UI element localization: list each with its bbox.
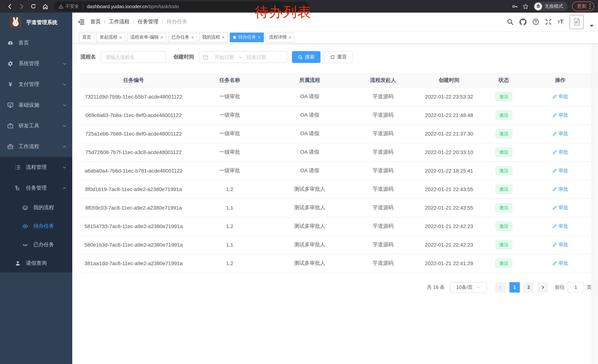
end-date-input[interactable] (242, 54, 271, 60)
close-icon[interactable]: × (289, 35, 291, 40)
page-button-2[interactable]: 2 (523, 282, 534, 292)
breadcrumb-item-workflow[interactable]: 工作流程 (109, 18, 130, 25)
fullscreen-icon[interactable] (545, 18, 552, 25)
tabs-bar: 首页 发起流程× 流程表单-编辑× 已办任务× 我的流程× 待办任务× 流程详情… (72, 31, 598, 44)
close-icon[interactable]: × (119, 35, 122, 40)
chevron-down-icon (62, 61, 67, 66)
reset-button[interactable]: 重置 (324, 51, 353, 63)
search-button[interactable]: 搜索 (292, 51, 321, 63)
cell-process: OA 请假 (273, 87, 347, 106)
approve-link[interactable]: 审批 (552, 204, 568, 211)
col-process: 所属流程 (273, 73, 347, 87)
tab-form-edit[interactable]: 流程表单-编辑× (127, 32, 166, 42)
home-icon[interactable] (41, 2, 50, 11)
approve-link[interactable]: 审批 (552, 112, 568, 119)
approve-link[interactable]: 审批 (552, 93, 568, 100)
close-icon[interactable]: × (258, 35, 260, 40)
start-date-input[interactable] (210, 54, 239, 60)
font-size-icon[interactable]: TT (558, 18, 564, 25)
forward-icon[interactable] (17, 2, 26, 11)
cell-starter: 芋道源码 (347, 87, 419, 106)
cell-task-id: 58154733-7ac8-11ec-a9e2-a2380e71991a (80, 217, 187, 235)
sidebar-item-process-mgmt[interactable]: 流程管理 (0, 157, 72, 178)
sidebar-item-system[interactable]: 系统管理 (0, 53, 72, 74)
cell-starter: 芋道源码 (347, 106, 419, 124)
approve-link[interactable]: 审批 (552, 242, 568, 248)
close-icon[interactable]: × (191, 35, 194, 40)
tab-home[interactable]: 首页 (79, 32, 94, 42)
security-indicator[interactable]: 不安全 (58, 3, 79, 9)
sidebar-item-label: 首页 (18, 40, 29, 46)
sidebar-item-infrastructure[interactable]: 基础设施 (0, 95, 72, 115)
search-icon[interactable] (507, 18, 514, 25)
page-size-select[interactable]: 10条/页 (450, 282, 487, 292)
cell-process: 测试多审批人 (273, 254, 347, 273)
eye-closed-icon (22, 242, 28, 248)
tab-process-detail[interactable]: 流程详情× (266, 32, 295, 42)
goto-input[interactable] (568, 282, 584, 292)
status-badge: 激活 (496, 148, 512, 157)
breadcrumb-item-home[interactable]: 首页 (91, 18, 101, 25)
update-button[interactable]: 更新 (572, 1, 594, 11)
sidebar-item-leave-query[interactable]: 请假查询 (0, 254, 72, 273)
app-logo-row[interactable]: 芋道管理系统 (0, 13, 72, 32)
cell-starter: 芋道源码 (347, 180, 419, 198)
approve-link[interactable]: 审批 (552, 223, 568, 230)
hamburger-icon[interactable] (72, 18, 91, 25)
sidebar-item-done-tasks[interactable]: 已办任务 (0, 235, 72, 254)
approve-link[interactable]: 审批 (552, 260, 568, 267)
sidebar-item-label: 已办任务 (33, 242, 54, 248)
tab-todo-tasks[interactable]: 待办任务× (230, 32, 264, 42)
help-icon[interactable] (532, 18, 539, 25)
navbar: 首页 / 工作流程 / 任务管理 / 待办任务 (72, 13, 598, 31)
github-icon[interactable] (519, 18, 526, 25)
breadcrumb-item-task-mgmt[interactable]: 任务管理 (138, 18, 158, 25)
avatar[interactable] (569, 15, 584, 29)
star-icon[interactable] (523, 3, 529, 9)
kebab-menu-icon[interactable] (590, 4, 590, 9)
process-name-input[interactable] (101, 51, 166, 63)
chevron-down-icon (62, 82, 67, 87)
table-row: 58154733-7ac8-11ec-a9e2-a2380e71991a 1.2… (80, 217, 592, 235)
approve-link[interactable]: 审批 (552, 149, 568, 155)
sidebar-item-payment[interactable]: ¥ 支付管理 (0, 74, 72, 95)
back-icon[interactable] (5, 2, 14, 11)
tab-my-process[interactable]: 我的流程× (199, 32, 228, 42)
prev-page-button[interactable] (495, 282, 506, 292)
sidebar-item-task-mgmt[interactable]: 任务管理 (0, 178, 72, 198)
cell-process: 测试多审批人 (273, 235, 347, 254)
col-status: 状态 (479, 73, 529, 87)
close-icon[interactable]: × (222, 35, 224, 40)
sidebar-item-todo-tasks[interactable]: 待办任务 (0, 217, 72, 235)
app-logo (10, 16, 22, 29)
search-icon (298, 55, 303, 59)
cell-task-id: a6aba0a4-7b6d-11ec-b781-acde48001122 (80, 162, 187, 180)
close-icon[interactable]: × (160, 35, 163, 40)
sidebar-item-devtools[interactable]: 研发工具 (0, 115, 72, 136)
annotation-overlay: 待办列表 (255, 3, 311, 22)
approve-link[interactable]: 审批 (552, 186, 568, 193)
approve-link[interactable]: 审批 (552, 130, 568, 137)
caret-down-icon[interactable] (590, 25, 594, 27)
date-range-input[interactable]: - (199, 51, 287, 63)
key-icon[interactable] (512, 3, 518, 9)
page-scrollbar[interactable] (592, 13, 598, 364)
next-page-button[interactable] (538, 282, 548, 292)
screen: 不安全 dashboard.yudao.iocoder.cn/bpm/task/… (0, 0, 598, 364)
briefcase-icon (8, 144, 13, 150)
yen-icon: ¥ (8, 81, 13, 87)
sidebar-item-my-process[interactable]: 我的流程 (0, 198, 72, 217)
reload-icon[interactable] (29, 2, 38, 11)
table-row: 580e1b3d-7ac8-11ec-a9e2-a2380e71991a 1.1… (80, 235, 592, 254)
goto-unit: 页 (587, 284, 592, 291)
cell-task-name: 1.1 (187, 198, 273, 217)
tab-done-tasks[interactable]: 已办任务× (168, 32, 197, 42)
page-button-1[interactable]: 1 (509, 282, 520, 292)
sidebar-item-home[interactable]: 首页 (0, 32, 72, 53)
url-divider (83, 4, 83, 9)
approve-link[interactable]: 审批 (552, 167, 568, 174)
table-row: a6aba0a4-7b6d-11ec-b781-acde48001122 一级审… (80, 162, 592, 180)
sidebar-item-workflow[interactable]: 工作流程 (0, 136, 72, 157)
tab-start-process[interactable]: 发起流程× (96, 32, 125, 42)
gear-icon (8, 61, 13, 67)
